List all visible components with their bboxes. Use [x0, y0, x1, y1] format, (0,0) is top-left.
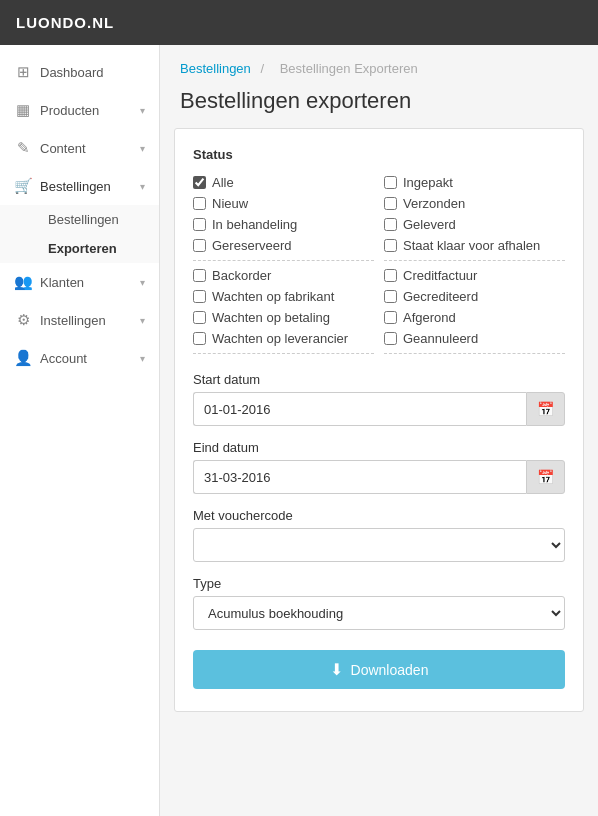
start-datum-group: Start datum 01-01-2016 📅 — [193, 372, 565, 426]
checkbox-nieuw-input[interactable] — [193, 197, 206, 210]
checkbox-wachten-fabrikant[interactable]: Wachten op fabrikant — [193, 286, 374, 307]
checkbox-creditfactuur-input[interactable] — [384, 269, 397, 282]
checkbox-wachten-leverancier[interactable]: Wachten op leverancier — [193, 328, 374, 349]
checkbox-wachten-leverancier-input[interactable] — [193, 332, 206, 345]
sidebar-item-producten[interactable]: ▦ Producten ▾ — [0, 91, 159, 129]
checkbox-gereserveerd-input[interactable] — [193, 239, 206, 252]
checkbox-in-behandeling-input[interactable] — [193, 218, 206, 231]
instellingen-icon: ⚙ — [14, 311, 32, 329]
sidebar-item-klanten[interactable]: 👥 Klanten ▾ — [0, 263, 159, 301]
checkbox-verzonden-label: Verzonden — [403, 196, 465, 211]
klanten-icon: 👥 — [14, 273, 32, 291]
checkbox-alle-label: Alle — [212, 175, 234, 190]
content-icon: ✎ — [14, 139, 32, 157]
divider-right-1 — [384, 260, 565, 261]
checkbox-wachten-fabrikant-input[interactable] — [193, 290, 206, 303]
voucher-select[interactable] — [193, 528, 565, 562]
download-label: Downloaden — [351, 662, 429, 678]
checkbox-geleverd-input[interactable] — [384, 218, 397, 231]
type-select[interactable]: Acumulus boekhouding CSV Excel — [193, 596, 565, 630]
eind-datum-group: Eind datum 31-03-2016 📅 — [193, 440, 565, 494]
sidebar-item-dashboard[interactable]: ⊞ Dashboard — [0, 53, 159, 91]
checkbox-staat-klaar-input[interactable] — [384, 239, 397, 252]
checkbox-wachten-betaling-label: Wachten op betaling — [212, 310, 330, 325]
sidebar-item-account[interactable]: 👤 Account ▾ — [0, 339, 159, 377]
sidebar-item-label: Dashboard — [40, 65, 104, 80]
status-label: Status — [193, 147, 565, 162]
checkbox-verzonden-input[interactable] — [384, 197, 397, 210]
checkbox-gecrediteerd[interactable]: Gecrediteerd — [384, 286, 565, 307]
divider-left-1 — [193, 260, 374, 261]
sidebar-item-label: Instellingen — [40, 313, 106, 328]
checkbox-afgerond[interactable]: Afgerond — [384, 307, 565, 328]
checkbox-ingepakt-input[interactable] — [384, 176, 397, 189]
start-datum-input-wrapper: 01-01-2016 📅 — [193, 392, 565, 426]
checkbox-gereserveerd[interactable]: Gereserveerd — [193, 235, 374, 256]
start-datum-label: Start datum — [193, 372, 565, 387]
sidebar-item-label: Account — [40, 351, 87, 366]
download-button[interactable]: ⬇ Downloaden — [193, 650, 565, 689]
start-datum-calendar-button[interactable]: 📅 — [526, 392, 565, 426]
page-title: Bestellingen exporteren — [160, 84, 598, 128]
producten-icon: ▦ — [14, 101, 32, 119]
bestellingen-submenu: Bestellingen Exporteren — [0, 205, 159, 263]
checkbox-verzonden[interactable]: Verzonden — [384, 193, 565, 214]
breadcrumb-separator: / — [260, 61, 264, 76]
layout: ⊞ Dashboard ▦ Producten ▾ ✎ Content ▾ 🛒 … — [0, 45, 598, 816]
checkbox-geannuleerd-input[interactable] — [384, 332, 397, 345]
sidebar: ⊞ Dashboard ▦ Producten ▾ ✎ Content ▾ 🛒 … — [0, 45, 160, 816]
checkbox-afgerond-label: Afgerond — [403, 310, 456, 325]
checkbox-staat-klaar[interactable]: Staat klaar voor afhalen — [384, 235, 565, 256]
checkbox-wachten-betaling[interactable]: Wachten op betaling — [193, 307, 374, 328]
sidebar-item-content[interactable]: ✎ Content ▾ — [0, 129, 159, 167]
checkbox-wachten-fabrikant-label: Wachten op fabrikant — [212, 289, 334, 304]
chevron-down-icon: ▾ — [140, 353, 145, 364]
download-icon: ⬇ — [330, 660, 343, 679]
checkbox-creditfactuur-label: Creditfactuur — [403, 268, 477, 283]
calendar-icon: 📅 — [537, 469, 554, 485]
main-content: Bestellingen / Bestellingen Exporteren B… — [160, 45, 598, 816]
start-datum-input[interactable]: 01-01-2016 — [193, 392, 526, 426]
cart-icon: 🛒 — [14, 177, 32, 195]
checkbox-gecrediteerd-input[interactable] — [384, 290, 397, 303]
divider-left-2 — [193, 353, 374, 354]
chevron-down-icon: ▾ — [140, 277, 145, 288]
type-group: Type Acumulus boekhouding CSV Excel — [193, 576, 565, 630]
sidebar-item-label: Klanten — [40, 275, 84, 290]
breadcrumb-current: Bestellingen Exporteren — [280, 61, 418, 76]
checkbox-ingepakt[interactable]: Ingepakt — [384, 172, 565, 193]
breadcrumb-parent[interactable]: Bestellingen — [180, 61, 251, 76]
sidebar-item-instellingen[interactable]: ⚙ Instellingen ▾ — [0, 301, 159, 339]
divider-right-2 — [384, 353, 565, 354]
status-col-left: Alle Nieuw In behandeling Gereserveerd — [193, 172, 374, 358]
submenu-item-bestellingen[interactable]: Bestellingen — [40, 205, 159, 234]
checkbox-geleverd[interactable]: Geleverd — [384, 214, 565, 235]
chevron-down-icon: ▾ — [140, 181, 145, 192]
checkbox-wachten-leverancier-label: Wachten op leverancier — [212, 331, 348, 346]
checkbox-ingepakt-label: Ingepakt — [403, 175, 453, 190]
eind-datum-calendar-button[interactable]: 📅 — [526, 460, 565, 494]
checkbox-in-behandeling[interactable]: In behandeling — [193, 214, 374, 235]
eind-datum-input-wrapper: 31-03-2016 📅 — [193, 460, 565, 494]
sidebar-item-bestellingen[interactable]: 🛒 Bestellingen ▾ — [0, 167, 159, 205]
eind-datum-input[interactable]: 31-03-2016 — [193, 460, 526, 494]
account-icon: 👤 — [14, 349, 32, 367]
checkbox-geleverd-label: Geleverd — [403, 217, 456, 232]
checkbox-backorder[interactable]: Backorder — [193, 265, 374, 286]
checkbox-staat-klaar-label: Staat klaar voor afhalen — [403, 238, 540, 253]
checkbox-backorder-input[interactable] — [193, 269, 206, 282]
checkbox-creditfactuur[interactable]: Creditfactuur — [384, 265, 565, 286]
checkbox-gecrediteerd-label: Gecrediteerd — [403, 289, 478, 304]
checkbox-alle-input[interactable] — [193, 176, 206, 189]
sidebar-item-label: Content — [40, 141, 86, 156]
status-col-right: Ingepakt Verzonden Geleverd Staat klaar … — [384, 172, 565, 358]
checkbox-afgerond-input[interactable] — [384, 311, 397, 324]
status-columns: Alle Nieuw In behandeling Gereserveerd — [193, 172, 565, 358]
checkbox-nieuw[interactable]: Nieuw — [193, 193, 374, 214]
checkbox-geannuleerd[interactable]: Geannuleerd — [384, 328, 565, 349]
topbar: LUONDO.NL — [0, 0, 598, 45]
voucher-label: Met vouchercode — [193, 508, 565, 523]
checkbox-wachten-betaling-input[interactable] — [193, 311, 206, 324]
submenu-item-exporteren[interactable]: Exporteren — [40, 234, 159, 263]
checkbox-alle[interactable]: Alle — [193, 172, 374, 193]
